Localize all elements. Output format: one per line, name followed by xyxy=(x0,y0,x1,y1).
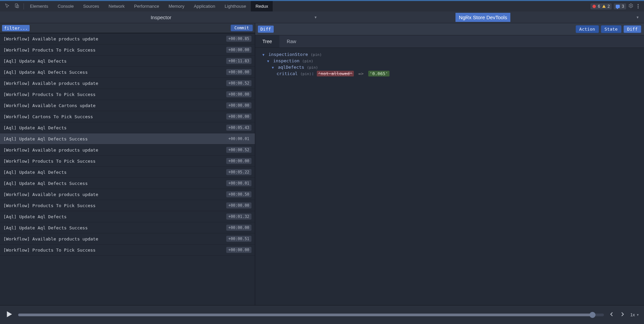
state-button[interactable]: State xyxy=(601,25,621,33)
action-row[interactable]: [Workflow] Products To Pick Success+00:0… xyxy=(0,89,255,100)
caret-down-icon: ▼ xyxy=(263,53,265,57)
detail-header: Diff ActionStateDiff xyxy=(255,23,644,35)
devtools-tab-elements[interactable]: Elements xyxy=(25,1,53,11)
action-time: +00:00.51 xyxy=(226,236,251,242)
diff-new-value: '0.065' xyxy=(368,71,389,76)
action-row[interactable]: [Aql] Update Aql Defects+00:05.43 xyxy=(0,122,255,133)
filter-input[interactable]: filter... xyxy=(2,25,30,31)
action-name: [Aql] Update Aql Defects Success xyxy=(3,70,88,75)
devtools-tabs: ElementsConsoleSourcesNetworkPerformance… xyxy=(25,1,273,11)
action-button[interactable]: Action xyxy=(576,25,599,33)
action-time: +00:00.50 xyxy=(226,191,251,197)
action-time: +00:00.00 xyxy=(226,202,251,208)
messages-count: 3 xyxy=(622,4,624,9)
more-icon[interactable] xyxy=(636,4,641,8)
settings-icon[interactable] xyxy=(628,3,634,9)
devtools-tab-application[interactable]: Application xyxy=(189,1,220,11)
instance-dropdown[interactable]: NgRx Store DevTools ▼ xyxy=(322,11,644,23)
action-row[interactable]: [Aql] Update Aql Defects+00:11.83 xyxy=(0,56,255,67)
action-row[interactable]: [Aql] Update Aql Defects Success+00:00.0… xyxy=(0,222,255,233)
instance-label: NgRx Store DevTools xyxy=(455,13,510,22)
tree-leaf[interactable]: critical (pin): 'not-allowed' => '0.065' xyxy=(258,70,641,77)
action-row[interactable]: [Workflow] Products To Pick Success+00:0… xyxy=(0,44,255,56)
action-row[interactable]: [Aql] Update Aql Defects Success+00:00.0… xyxy=(0,67,255,78)
action-row[interactable]: [Workflow] Cartons To Pick Success+00:00… xyxy=(0,111,255,122)
action-row[interactable]: [Workflow] Products To Pick Success+00:0… xyxy=(0,200,255,211)
tree-node[interactable]: ▼ inspection (pin) xyxy=(258,58,641,64)
view-mode-group: ActionStateDiff xyxy=(576,25,641,33)
detail-pane: Diff ActionStateDiff TreeRaw ▼ inspectio… xyxy=(255,23,644,305)
main-split: filter... Commit [Workflow] Available pr… xyxy=(0,23,644,305)
action-row[interactable]: [Workflow] Available products update+00:… xyxy=(0,144,255,156)
action-row[interactable]: [Workflow] Products To Pick Success+00:0… xyxy=(0,156,255,167)
devtools-tab-network[interactable]: Network xyxy=(104,1,130,11)
timeline-slider[interactable] xyxy=(18,314,604,316)
pin-label[interactable]: (pin) xyxy=(302,59,313,63)
action-name: [Workflow] Available products update xyxy=(3,192,98,197)
chevron-down-icon: ▼ xyxy=(636,15,639,19)
action-name: [Workflow] Products To Pick Success xyxy=(3,92,96,97)
tree-node[interactable]: ▼ aqlDefects (pin) xyxy=(258,64,641,70)
chevron-down-icon: ▼ xyxy=(636,313,639,317)
action-row[interactable]: [Aql] Update Aql Defects Success+00:00.0… xyxy=(0,133,255,144)
action-name: [Workflow] Available products update xyxy=(3,36,98,41)
tree-key: critical xyxy=(277,71,298,76)
speed-label: 1x xyxy=(630,312,635,317)
tab-tree[interactable]: Tree xyxy=(255,35,279,47)
devtools-tab-memory[interactable]: Memory xyxy=(164,1,189,11)
diff-button[interactable]: Diff xyxy=(623,25,641,33)
inspector-dropdown[interactable]: Inspector ▼ xyxy=(0,11,322,23)
play-button[interactable] xyxy=(5,310,13,320)
devtools-tab-redux[interactable]: Redux xyxy=(251,1,273,11)
action-name: [Aql] Update Aql Defects xyxy=(3,214,67,219)
devtools-tab-performance[interactable]: Performance xyxy=(129,1,164,11)
messages-badge[interactable]: 3 xyxy=(614,3,626,9)
tree-key: aqlDefects xyxy=(278,65,304,70)
divider xyxy=(24,3,24,9)
action-time: +00:00.01 xyxy=(226,136,251,142)
tree-raw-tabs: TreeRaw xyxy=(255,35,644,48)
action-name: [Aql] Update Aql Defects xyxy=(3,125,67,130)
step-back-button[interactable] xyxy=(609,311,615,318)
tab-raw[interactable]: Raw xyxy=(279,35,304,47)
chevron-down-icon: ▼ xyxy=(314,15,317,19)
action-row[interactable]: [Workflow] Products To Pick Success+00:0… xyxy=(0,245,255,256)
device-icon[interactable] xyxy=(14,3,20,9)
action-time: +00:00.00 xyxy=(226,47,251,53)
action-time: +00:05.43 xyxy=(226,125,251,131)
error-warning-badge[interactable]: 6 2 xyxy=(590,3,612,9)
devtools-tab-lighthouse[interactable]: Lighthouse xyxy=(220,1,251,11)
action-name: [Aql] Update Aql Defects Success xyxy=(3,136,88,141)
action-row[interactable]: [Aql] Update Aql Defects Success+00:00.0… xyxy=(0,178,255,189)
action-row[interactable]: [Workflow] Available products update+00:… xyxy=(0,78,255,89)
action-row[interactable]: [Aql] Update Aql Defects+00:05.22 xyxy=(0,167,255,178)
pin-label[interactable]: (pin) xyxy=(311,53,322,57)
tree-node[interactable]: ▼ inspectionStore (pin) xyxy=(258,51,641,58)
action-name: [Workflow] Available products update xyxy=(3,236,98,241)
pin-label[interactable]: (pin) xyxy=(300,72,311,76)
action-time: +00:00.00 xyxy=(226,69,251,75)
action-row[interactable]: [Workflow] Available products update+00:… xyxy=(0,189,255,200)
action-row[interactable]: [Workflow] Available products update+00:… xyxy=(0,33,255,44)
action-time: +00:00.52 xyxy=(226,80,251,86)
action-list[interactable]: [Workflow] Available products update+00:… xyxy=(0,33,255,305)
action-name: [Workflow] Products To Pick Success xyxy=(3,248,96,253)
action-row[interactable]: [Workflow] Available products update+00:… xyxy=(0,233,255,245)
action-row[interactable]: [Workflow] Available Cartons update+00:0… xyxy=(0,100,255,111)
devtools-tab-console[interactable]: Console xyxy=(53,1,78,11)
action-name: [Workflow] Available products update xyxy=(3,148,98,153)
action-row[interactable]: [Aql] Update Aql Defects+00:01.32 xyxy=(0,211,255,222)
speed-selector[interactable]: 1x ▼ xyxy=(630,312,639,317)
inspect-icon[interactable] xyxy=(5,3,10,9)
tree-key: inspectionStore xyxy=(268,52,308,57)
slider-thumb[interactable] xyxy=(589,312,596,318)
arrow-icon: => xyxy=(358,71,364,76)
step-forward-button[interactable] xyxy=(619,311,625,318)
svg-rect-0 xyxy=(15,4,18,7)
error-icon xyxy=(592,5,596,8)
devtools-tab-sources[interactable]: Sources xyxy=(78,1,104,11)
commit-button[interactable]: Commit xyxy=(231,25,252,31)
pin-label[interactable]: (pin) xyxy=(307,65,318,70)
diff-badge: Diff xyxy=(258,26,274,33)
diff-old-value: 'not-allowed' xyxy=(317,71,354,76)
